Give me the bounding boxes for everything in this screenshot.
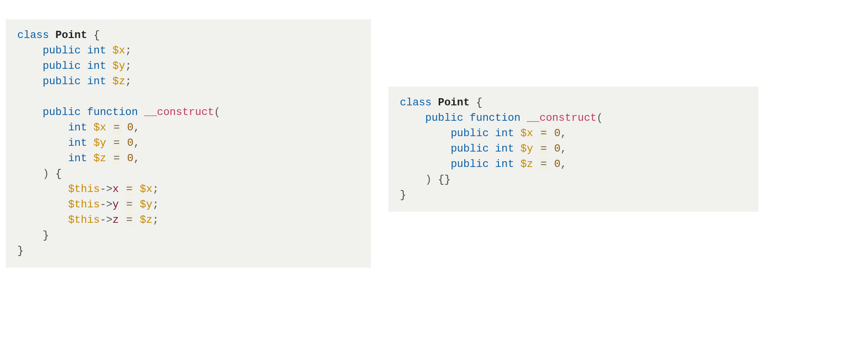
comma: ,	[560, 158, 567, 170]
kw-public: public	[43, 60, 81, 72]
kw-public: public	[43, 76, 81, 88]
var-z: $z	[112, 76, 125, 88]
kw-int: int	[87, 60, 106, 72]
semi: ;	[152, 199, 159, 211]
kw-public: public	[43, 106, 81, 118]
var-x: $x	[93, 122, 106, 134]
num-zero: 0	[554, 128, 560, 140]
kw-class: class	[17, 29, 49, 41]
code-block-left: class Point { public int $x; public int …	[6, 19, 371, 268]
kw-int: int	[87, 76, 106, 88]
code-block-right: class Point { public function __construc…	[388, 87, 758, 212]
arrow: ->	[100, 199, 112, 211]
num-zero: 0	[127, 137, 133, 149]
var-this: $this	[68, 199, 100, 211]
num-zero: 0	[554, 143, 560, 155]
var-z: $z	[140, 214, 152, 226]
brace-open: {	[55, 168, 62, 180]
kw-int: int	[495, 158, 514, 170]
paren-open: (	[596, 112, 603, 124]
prop-x: x	[112, 183, 119, 195]
num-zero: 0	[554, 158, 560, 170]
class-name: Point	[438, 97, 470, 109]
kw-function: function	[87, 106, 138, 118]
kw-int: int	[68, 122, 87, 134]
brace-open: {	[93, 29, 99, 41]
var-this: $this	[68, 214, 100, 226]
eq: =	[539, 158, 547, 170]
kw-int: int	[87, 45, 106, 57]
kw-public: public	[425, 112, 463, 124]
fn-construct: __construct	[144, 106, 214, 118]
eq: =	[112, 122, 121, 134]
semi: ;	[125, 76, 131, 88]
brace-open: {	[476, 97, 482, 109]
kw-int: int	[68, 153, 87, 165]
var-y: $y	[93, 137, 106, 149]
eq: =	[539, 128, 547, 140]
num-zero: 0	[127, 122, 133, 134]
semi: ;	[125, 60, 131, 72]
class-name: Point	[55, 29, 87, 41]
eq: =	[539, 143, 547, 155]
var-y: $y	[140, 199, 152, 211]
eq: =	[125, 183, 133, 195]
brace-close: }	[17, 245, 24, 257]
code-content-left: class Point { public int $x; public int …	[17, 28, 360, 259]
kw-public: public	[451, 143, 489, 155]
kw-int: int	[495, 143, 514, 155]
comma: ,	[560, 143, 567, 155]
var-y: $y	[112, 60, 125, 72]
paren-close: )	[43, 168, 49, 180]
kw-public: public	[451, 158, 489, 170]
prop-y: y	[112, 199, 119, 211]
empty-braces: {}	[438, 174, 450, 186]
num-zero: 0	[127, 153, 133, 165]
kw-int: int	[495, 128, 514, 140]
comma: ,	[134, 153, 140, 165]
var-z: $z	[93, 153, 106, 165]
eq: =	[125, 214, 133, 226]
comma: ,	[134, 122, 140, 134]
kw-public: public	[451, 128, 489, 140]
kw-public: public	[43, 45, 81, 57]
semi: ;	[152, 214, 159, 226]
prop-z: z	[112, 214, 119, 226]
eq: =	[112, 153, 121, 165]
kw-function: function	[470, 112, 521, 124]
var-z: $z	[521, 158, 533, 170]
eq: =	[112, 137, 121, 149]
kw-class: class	[400, 97, 432, 109]
semi: ;	[125, 45, 131, 57]
comma: ,	[134, 137, 140, 149]
eq: =	[125, 199, 133, 211]
var-this: $this	[68, 183, 100, 195]
paren-open: (	[214, 106, 220, 118]
arrow: ->	[100, 214, 112, 226]
var-y: $y	[521, 143, 533, 155]
comma: ,	[560, 128, 567, 140]
code-content-right: class Point { public function __construc…	[400, 95, 747, 203]
kw-int: int	[68, 137, 87, 149]
semi: ;	[152, 183, 159, 195]
arrow: ->	[100, 183, 112, 195]
var-x: $x	[140, 183, 152, 195]
fn-construct: __construct	[527, 112, 596, 124]
var-x: $x	[112, 45, 125, 57]
paren-close: )	[425, 174, 432, 186]
var-x: $x	[521, 128, 533, 140]
brace-close: }	[43, 230, 49, 242]
brace-close: }	[400, 189, 406, 201]
